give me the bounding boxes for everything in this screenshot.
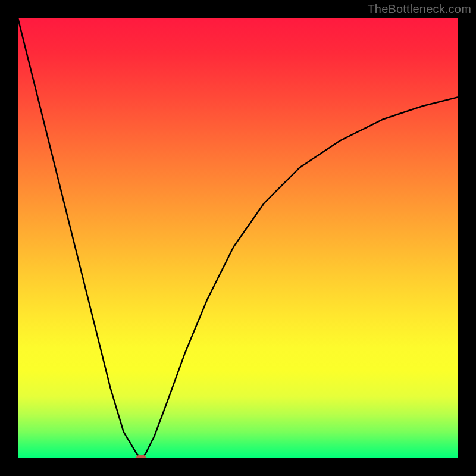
chart-container: TheBottleneck.com xyxy=(0,0,476,476)
attribution-text: TheBottleneck.com xyxy=(367,2,471,16)
curve-svg xyxy=(18,18,458,458)
bottleneck-curve-path xyxy=(18,18,458,458)
plot-area xyxy=(18,18,458,458)
